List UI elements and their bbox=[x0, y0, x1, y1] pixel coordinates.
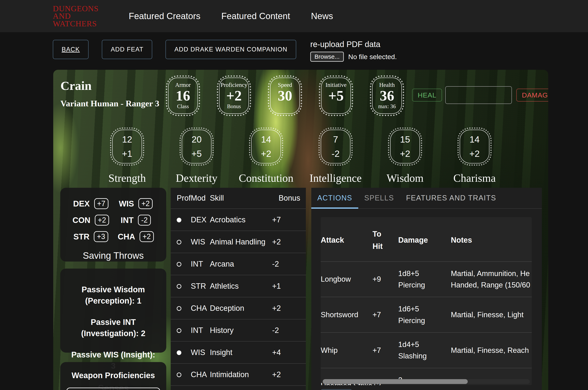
ability-name: Strength bbox=[109, 172, 146, 184]
attack-to-hit: +7 bbox=[373, 344, 398, 356]
saving-throw-item: INT -2 bbox=[113, 213, 158, 227]
proficiency-circle-icon[interactable] bbox=[177, 373, 181, 377]
attack-to-hit: +7 bbox=[373, 309, 398, 320]
attack-notes: Martial, Ammunition, HeHanded, Range (15… bbox=[451, 268, 532, 291]
weapon-proficiencies-box: Weapon Proficiencies Martial Weapons, Si… bbox=[60, 362, 166, 390]
senses-box: Passive Wisdom (Perception): 1 Passive I… bbox=[60, 269, 166, 353]
ability-modifier: +1 bbox=[122, 149, 132, 158]
back-button[interactable]: BACK bbox=[53, 40, 89, 59]
saving-throw-item: CHA +2 bbox=[113, 230, 158, 243]
skill-row: WIS Animal Handling +2 bbox=[171, 231, 306, 253]
skill-row: CHA Deception +2 bbox=[171, 297, 306, 319]
skill-row: DEX Acrobatics +7 bbox=[171, 208, 306, 231]
attack-damage: 1d6+5Piercing bbox=[398, 303, 451, 326]
stat-frame-value: 30 bbox=[278, 88, 292, 103]
skill-name: History bbox=[210, 326, 272, 335]
character-subtitle: Variant Human - Ranger 3 bbox=[60, 98, 159, 108]
skill-mod: CHA bbox=[191, 370, 210, 379]
nav-link[interactable]: Featured Creators bbox=[129, 11, 200, 21]
ability-frame: 20 +5 bbox=[180, 127, 214, 166]
hp-amount-input[interactable] bbox=[445, 86, 512, 104]
attack-table-row[interactable]: Shortsword +7 1d6+5Piercing Martial, Fin… bbox=[321, 297, 532, 333]
ability-score: 14 bbox=[470, 135, 479, 144]
ability-frame: 15 +2 bbox=[388, 127, 422, 166]
stat-frame-subtitle: Class bbox=[177, 103, 189, 110]
pdf-upload-control: re-upload PDF data Browse... No file sel… bbox=[310, 40, 397, 62]
stat-frame-value: 16 bbox=[176, 88, 190, 103]
saving-throw-value: +2 bbox=[140, 231, 154, 242]
add-companion-button[interactable]: ADD DRAKE WARDEN COMPANION bbox=[165, 40, 296, 59]
attack-button[interactable]: ATTACK bbox=[321, 389, 352, 390]
horizontal-scrollbar-thumb[interactable] bbox=[323, 379, 468, 384]
ability-modifier: +2 bbox=[261, 149, 271, 158]
skills-header-mod: Mod bbox=[191, 194, 210, 202]
nav-link[interactable]: News bbox=[311, 11, 333, 21]
stat-frame: Health 36 max: 36 bbox=[369, 75, 405, 117]
saving-throw-item: DEX +7 bbox=[68, 197, 113, 210]
character-name: Crain bbox=[60, 79, 159, 93]
logo-line: WATCHERS bbox=[53, 20, 99, 27]
ability-modifier: +2 bbox=[469, 149, 479, 158]
proficiency-circle-icon[interactable] bbox=[177, 218, 181, 222]
skill-bonus: +2 bbox=[272, 370, 306, 379]
stat-frame: Initiative +5 bbox=[318, 75, 354, 117]
ability-frame: 14 +2 bbox=[249, 127, 283, 166]
ability-modifier: +2 bbox=[400, 149, 410, 158]
stat-frame-title: Speed bbox=[278, 82, 292, 88]
ability-modifier: +5 bbox=[191, 149, 202, 158]
heal-button[interactable]: HEAL bbox=[412, 89, 442, 101]
proficiency-circle-icon[interactable] bbox=[177, 306, 181, 311]
browse-button[interactable]: Browse... bbox=[310, 52, 344, 62]
horizontal-scrollbar bbox=[323, 379, 530, 384]
stat-frame-title: Initiative bbox=[325, 82, 347, 88]
site-logo[interactable]: DUNGEONS AND WATCHERS bbox=[53, 5, 99, 27]
ability-score: 15 bbox=[400, 135, 410, 144]
ability-score: 12 bbox=[122, 135, 132, 144]
skill-mod: INT bbox=[191, 260, 210, 268]
stat-frame-title: Health bbox=[379, 82, 395, 88]
attack-header-tohit: To Hit bbox=[373, 228, 387, 252]
proficiency-circle-icon[interactable] bbox=[177, 350, 181, 355]
ability-score: 14 bbox=[261, 135, 271, 144]
attack-table-row[interactable]: Whip +7 1d4+5Slashing Martial, Finesse, … bbox=[321, 333, 532, 368]
skill-mod: WIS bbox=[191, 238, 210, 246]
proficiency-circle-icon[interactable] bbox=[177, 328, 181, 333]
logo-line: AND bbox=[53, 12, 99, 20]
skill-row: INT History -2 bbox=[171, 319, 306, 341]
abilities-row: 12 +1 Strength 20 +5 Dexterity 14 +2 Con… bbox=[110, 127, 492, 184]
saving-throws-box: DEX +7 WIS +2 CON +2 INT -2 bbox=[60, 188, 166, 262]
ability-block: 20 +5 Dexterity bbox=[180, 127, 214, 184]
saving-throw-value: +2 bbox=[138, 198, 153, 209]
attack-table-row[interactable]: Longbow +9 1d8+5Piercing Martial, Ammuni… bbox=[321, 262, 532, 297]
skill-row: INT Investigation -2 bbox=[171, 385, 306, 390]
proficiency-circle-icon[interactable] bbox=[177, 284, 181, 289]
stat-frame-value: +5 bbox=[328, 88, 344, 103]
skills-header-bonus: Bonus bbox=[272, 194, 306, 202]
skill-name: Insight bbox=[210, 348, 272, 357]
tab[interactable]: ACTIONS bbox=[311, 188, 358, 208]
tab[interactable]: FEATURES AND TRAITS bbox=[400, 188, 502, 208]
skill-name: Deception bbox=[210, 304, 272, 313]
proficiency-circle-icon[interactable] bbox=[177, 262, 181, 267]
attack-table-header: Attack To Hit Damage Notes bbox=[321, 217, 532, 262]
character-sheet-card: Crain Variant Human - Ranger 3 Armor 16 … bbox=[53, 70, 548, 390]
weapon-proficiencies-value: Martial Weapons, Simple bbox=[66, 388, 160, 390]
nav-link[interactable]: Featured Content bbox=[221, 11, 290, 21]
saving-throw-item: WIS +2 bbox=[113, 197, 158, 210]
actions-panel: ACTIONS SPELLS FEATURES AND TRAITS Attac… bbox=[311, 188, 542, 390]
skills-panel: Prof Mod Skill Bonus DEX Acrobatics +7 W… bbox=[171, 188, 306, 390]
ability-name: Intelligence bbox=[310, 172, 362, 184]
saving-throw-ability: STR bbox=[73, 232, 89, 241]
saving-throw-ability: CON bbox=[73, 216, 90, 225]
skill-row: WIS Insight +4 bbox=[171, 341, 306, 363]
add-feat-button[interactable]: ADD FEAT bbox=[102, 40, 152, 59]
main-nav: Featured Creators Featured Content News bbox=[129, 11, 333, 21]
damage-button[interactable]: DAMAGE bbox=[516, 89, 548, 101]
file-status-text: No file selected. bbox=[348, 53, 397, 61]
skill-row: CHA Intimidation +2 bbox=[171, 363, 306, 385]
tab[interactable]: SPELLS bbox=[358, 188, 400, 208]
proficiency-circle-icon[interactable] bbox=[177, 240, 181, 244]
ability-block: 14 +2 Charisma bbox=[458, 127, 492, 184]
attack-header-notes: Notes bbox=[451, 236, 532, 244]
stat-frames-row: Armor 16 Class Proficiency +2 Bonus Spee… bbox=[165, 75, 405, 117]
